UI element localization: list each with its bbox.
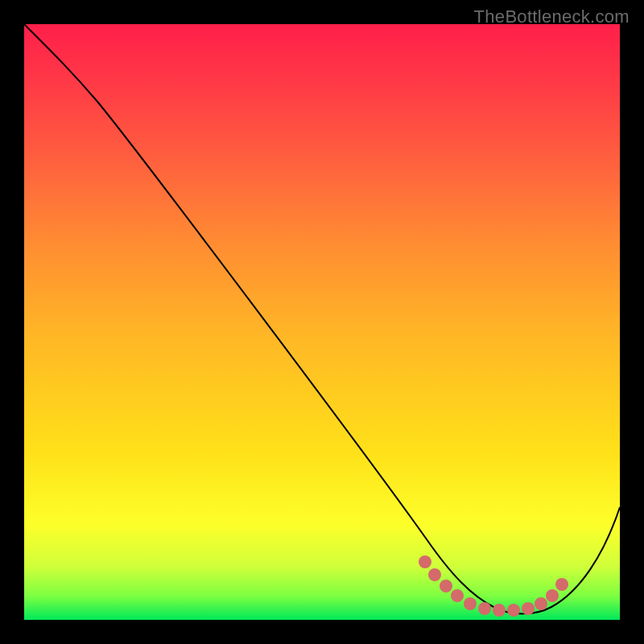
optimal-dot bbox=[440, 580, 452, 592]
optimal-dot bbox=[428, 568, 441, 581]
optimal-dot bbox=[464, 597, 477, 610]
optimal-dot bbox=[507, 604, 520, 617]
optimal-dot bbox=[522, 602, 535, 615]
bottleneck-curve bbox=[24, 24, 620, 613]
optimal-dot bbox=[555, 578, 568, 591]
chart-frame: TheBottleneck.com bbox=[0, 0, 644, 644]
optimal-dot bbox=[451, 589, 464, 602]
plot-area bbox=[24, 24, 620, 620]
watermark-text: TheBottleneck.com bbox=[474, 6, 630, 27]
optimal-dot bbox=[478, 602, 491, 615]
optimal-dot bbox=[535, 597, 547, 610]
optimal-dot bbox=[419, 555, 431, 568]
curve-layer bbox=[24, 24, 620, 620]
optimal-range-dots bbox=[419, 555, 568, 617]
optimal-dot bbox=[493, 604, 506, 617]
optimal-dot bbox=[546, 589, 559, 602]
